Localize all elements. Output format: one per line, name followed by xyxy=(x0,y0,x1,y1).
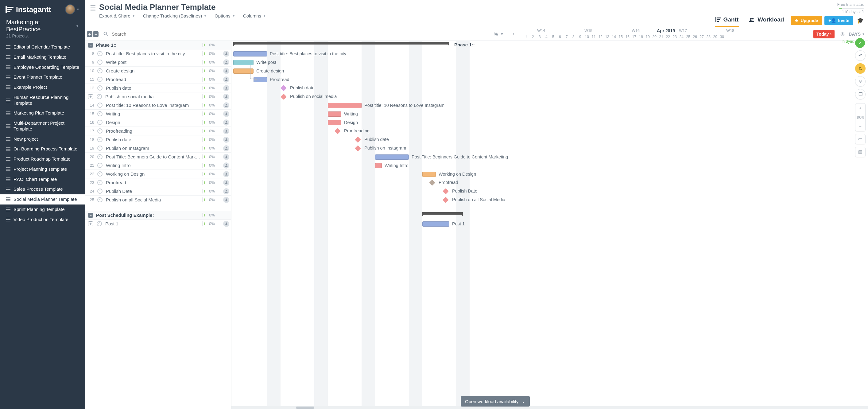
sidebar-project-item[interactable]: Employee Onboarding Template xyxy=(0,62,85,72)
task-row[interactable]: 8 Post title: Best places to visit in th… xyxy=(85,50,231,58)
sidebar-project-item[interactable]: On-Boarding Process Template xyxy=(0,144,85,154)
complete-toggle[interactable] xyxy=(97,77,102,82)
brand-logo[interactable]: Instagantt xyxy=(5,5,51,14)
help-icon[interactable]: 🎓 xyxy=(856,17,864,24)
complete-toggle[interactable] xyxy=(97,111,102,116)
zoom-out-button[interactable]: − xyxy=(856,122,865,131)
task-row[interactable]: 19 Publish on Instagram 0% xyxy=(85,144,231,153)
task-row[interactable]: 20 Post Title: Beginners Guide to Conten… xyxy=(85,153,231,161)
gantt-bar[interactable]: Working on Design xyxy=(422,172,436,177)
assignee-icon[interactable] xyxy=(223,85,229,91)
upgrade-button[interactable]: ★Upgrade xyxy=(790,16,822,25)
percent-toggle[interactable]: % xyxy=(494,31,499,36)
branch-button[interactable]: ⑂ xyxy=(855,76,866,87)
assignee-icon[interactable] xyxy=(223,221,229,227)
assignee-icon[interactable] xyxy=(223,59,229,65)
filter-icon[interactable]: ▾ xyxy=(501,32,508,36)
assignee-icon[interactable] xyxy=(223,154,229,160)
task-row[interactable]: 22 Working on Design 0% xyxy=(85,170,231,178)
sidebar-project-item[interactable]: Sales Process Template xyxy=(0,184,85,194)
task-row[interactable]: 16 Design 0% xyxy=(85,118,231,127)
complete-toggle[interactable] xyxy=(97,197,102,202)
sidebar-project-item[interactable]: RACI Chart Template xyxy=(0,174,85,184)
menu-change-tracking[interactable]: Change Tracking (Baselines)▼ xyxy=(143,13,207,19)
complete-toggle[interactable] xyxy=(97,146,102,151)
task-row[interactable]: 23 Proofread 0% xyxy=(85,178,231,187)
task-row[interactable]: 14 Post title: 10 Reasons to Love Instag… xyxy=(85,101,231,110)
search-input[interactable] xyxy=(112,31,204,36)
complete-toggle[interactable] xyxy=(97,103,102,108)
task-row[interactable]: 12 Publish date 0% xyxy=(85,84,231,92)
milestone[interactable] xyxy=(443,188,449,194)
sidebar-project-item[interactable]: Product Roadmap Template xyxy=(0,154,85,164)
task-row[interactable]: 11 Proofread 0% xyxy=(85,75,231,84)
summary-bar[interactable] xyxy=(233,42,450,45)
assignee-icon[interactable] xyxy=(223,145,229,151)
complete-toggle[interactable] xyxy=(97,137,102,142)
assignee-icon[interactable] xyxy=(223,197,229,203)
milestone[interactable] xyxy=(429,180,435,186)
sidebar-project-item[interactable]: Multi-Department Project Template xyxy=(0,118,85,134)
sidebar-project-item[interactable]: Sprint Planning Template xyxy=(0,204,85,215)
layers-button[interactable]: ▤ xyxy=(855,147,866,157)
sidebar-project-item[interactable]: Marketing Plan Template xyxy=(0,108,85,118)
open-workload-button[interactable]: Open workload availability ⌄ xyxy=(461,396,530,407)
task-row[interactable]: 25 Publish on all Social Media 0% xyxy=(85,196,231,204)
complete-toggle[interactable] xyxy=(97,51,102,56)
menu-export[interactable]: Export & Share▼ xyxy=(99,13,135,19)
copy-button[interactable]: ❐ xyxy=(855,89,866,99)
complete-toggle[interactable] xyxy=(97,154,102,159)
assignee-icon[interactable] xyxy=(223,102,229,108)
horizontal-scrollbar[interactable] xyxy=(231,406,868,409)
minimap-button[interactable]: ▭ xyxy=(855,134,866,144)
task-row[interactable]: 10 Create design 0% xyxy=(85,67,231,75)
hamburger-icon[interactable]: ☰ xyxy=(88,2,99,12)
sidebar-project-item[interactable]: Human Resource Planning Template xyxy=(0,92,85,108)
section-header[interactable]: − Post Scheduling Example: 0% xyxy=(85,211,231,220)
sidebar-project-item[interactable]: Social Media Planner Template xyxy=(0,194,85,204)
gantt-bar[interactable]: Post title: Best places to visit in the … xyxy=(233,51,267,57)
gantt-bar[interactable]: Design xyxy=(328,120,341,125)
task-row[interactable]: + Post 1 0% xyxy=(85,220,231,228)
complete-toggle[interactable] xyxy=(97,120,102,125)
back-arrow-icon[interactable]: ← xyxy=(510,31,521,37)
account-menu[interactable]: ▼ xyxy=(65,4,80,14)
sidebar-project-item[interactable]: Editorial Calendar Template xyxy=(0,42,85,52)
gantt-bar[interactable]: Post Title: Beginners Guide to Content M… xyxy=(375,154,409,160)
view-gantt[interactable]: Gantt xyxy=(715,14,739,27)
complete-toggle[interactable] xyxy=(97,94,102,99)
sidebar-project-item[interactable]: New project xyxy=(0,134,85,144)
gantt-bar[interactable]: Post 1 xyxy=(422,222,450,227)
timescale-dropdown[interactable]: DAYS▼ xyxy=(849,32,866,36)
complete-toggle[interactable] xyxy=(97,128,102,134)
workspace-switcher[interactable]: Marketing at BestPractice ▼ xyxy=(0,18,85,33)
sidebar-project-item[interactable]: Example Project xyxy=(0,82,85,92)
milestone[interactable] xyxy=(281,94,287,100)
expand-subtasks-icon[interactable]: + xyxy=(88,222,93,226)
gantt-bar[interactable]: Write post xyxy=(233,60,253,65)
sidebar-project-item[interactable]: Event Planner Template xyxy=(0,72,85,82)
collapse-all-button[interactable]: － xyxy=(93,31,98,37)
milestone[interactable] xyxy=(443,197,449,203)
assignee-icon[interactable] xyxy=(223,51,229,57)
task-row[interactable]: + Publish on social media 0% xyxy=(85,92,231,101)
milestone[interactable] xyxy=(355,145,361,151)
assignee-icon[interactable] xyxy=(223,77,229,83)
milestone[interactable] xyxy=(335,128,341,134)
summary-bar[interactable] xyxy=(422,212,463,215)
task-row[interactable]: 21 Writing Intro 0% xyxy=(85,161,231,170)
today-button[interactable]: Today› xyxy=(813,30,835,38)
assignee-icon[interactable] xyxy=(223,180,229,186)
assignee-icon[interactable] xyxy=(223,188,229,194)
task-row[interactable]: 9 Write post 0% xyxy=(85,58,231,67)
complete-toggle[interactable] xyxy=(97,68,102,74)
assignee-icon[interactable] xyxy=(223,137,229,143)
assignee-icon[interactable] xyxy=(223,111,229,117)
milestone[interactable] xyxy=(281,85,287,91)
complete-toggle[interactable] xyxy=(97,171,102,177)
collapse-icon[interactable]: − xyxy=(88,43,93,48)
sort-button[interactable]: ⇅ xyxy=(855,63,866,74)
gantt-bar[interactable]: Writing Intro xyxy=(375,163,382,168)
expand-subtasks-icon[interactable]: + xyxy=(88,94,93,99)
complete-toggle[interactable] xyxy=(97,221,102,226)
